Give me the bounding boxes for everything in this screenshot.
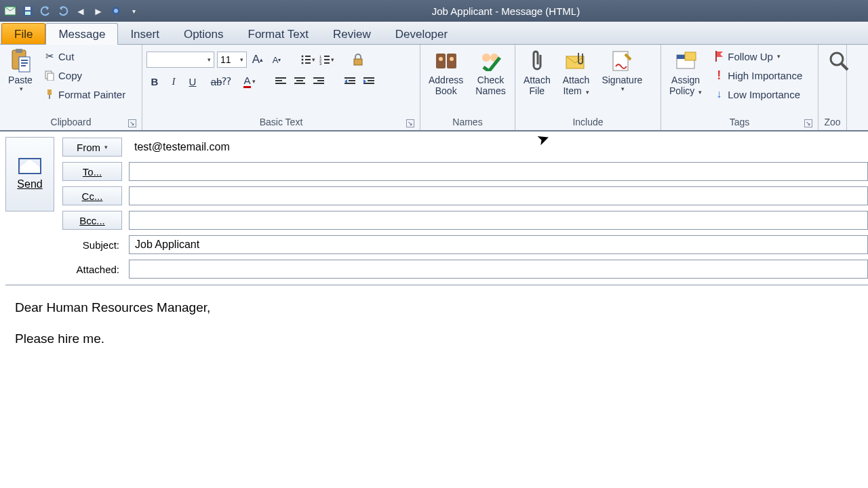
font-family-combo[interactable]: ▾ bbox=[146, 52, 214, 68]
svg-rect-11 bbox=[21, 65, 26, 66]
italic-button[interactable]: I bbox=[165, 73, 182, 89]
svg-rect-40 bbox=[344, 83, 355, 84]
signature-icon bbox=[610, 49, 634, 73]
dialog-launcher-icon[interactable]: ↘ bbox=[804, 119, 812, 127]
svg-rect-13 bbox=[47, 73, 54, 81]
subject-input[interactable]: Job Applicant bbox=[129, 235, 868, 254]
svg-point-20 bbox=[302, 62, 304, 64]
svg-rect-41 bbox=[363, 77, 374, 79]
attached-input[interactable] bbox=[129, 260, 868, 279]
strikethrough-button[interactable]: ab⁇ bbox=[213, 73, 229, 89]
copy-icon bbox=[43, 69, 56, 81]
check-names-button[interactable]: Check Names bbox=[471, 47, 509, 98]
undo-icon[interactable] bbox=[39, 5, 52, 17]
tab-developer[interactable]: Developer bbox=[383, 24, 460, 44]
grow-font-button[interactable]: A▴ bbox=[250, 52, 266, 68]
quick-access-toolbar: ◄ ► ▾ bbox=[0, 5, 144, 17]
check-names-icon bbox=[479, 49, 503, 73]
copy-button[interactable]: Copy bbox=[41, 66, 128, 84]
svg-rect-8 bbox=[19, 57, 30, 72]
tab-insert[interactable]: Insert bbox=[118, 24, 172, 44]
cc-button[interactable]: Cc... bbox=[62, 186, 122, 205]
svg-rect-9 bbox=[21, 60, 28, 61]
paste-button[interactable]: Paste ▾ bbox=[4, 47, 37, 94]
font-size-combo[interactable]: 11▾ bbox=[217, 52, 247, 68]
high-label: High Importance bbox=[728, 70, 802, 81]
svg-rect-14 bbox=[47, 89, 52, 95]
flag-icon bbox=[713, 50, 725, 62]
svg-rect-10 bbox=[21, 62, 28, 64]
copy-label: Copy bbox=[58, 70, 82, 81]
group-basic-text: ▾ 11▾ A▴ A▾ ▾ 123▾ B I U ab⁇ A▾ bbox=[142, 45, 420, 130]
to-button[interactable]: To... bbox=[62, 162, 122, 181]
cc-input[interactable] bbox=[129, 186, 868, 205]
subject-label: Subject: bbox=[62, 239, 122, 251]
redo-icon[interactable] bbox=[57, 5, 69, 17]
font-color-button[interactable]: A▾ bbox=[241, 73, 258, 89]
assign-policy-icon bbox=[673, 49, 698, 73]
from-button[interactable]: From▾ bbox=[62, 138, 122, 157]
chevron-down-icon: ▾ bbox=[20, 85, 23, 92]
dialog-launcher-icon[interactable]: ↘ bbox=[128, 119, 136, 127]
bold-button[interactable]: B bbox=[146, 73, 163, 89]
message-body[interactable]: Dear Human Resources Manager, Please hir… bbox=[5, 285, 868, 373]
group-zoom: Zoo bbox=[818, 45, 847, 130]
address-book-button[interactable]: Address Book bbox=[425, 47, 467, 98]
increase-indent-button[interactable] bbox=[361, 73, 377, 89]
attach-item-button[interactable]: Attach Item ▾ bbox=[559, 47, 594, 98]
low-importance-button[interactable]: ↓ Low Importance bbox=[710, 85, 805, 103]
dialog-launcher-icon[interactable]: ↘ bbox=[406, 119, 414, 127]
svg-rect-28 bbox=[354, 59, 362, 65]
bcc-input[interactable] bbox=[129, 211, 868, 230]
align-center-button[interactable] bbox=[292, 73, 308, 89]
svg-rect-35 bbox=[313, 77, 324, 79]
group-clipboard: Paste ▾ ✂ Cut Copy Format Painter Clipb bbox=[0, 45, 142, 130]
svg-point-48 bbox=[482, 54, 490, 62]
to-input[interactable] bbox=[129, 162, 868, 181]
number-list-button[interactable]: 123▾ bbox=[319, 52, 335, 68]
group-label-basic-text: Basic Text ↘ bbox=[146, 115, 416, 130]
svg-rect-37 bbox=[313, 83, 324, 84]
tab-options[interactable]: Options bbox=[172, 24, 236, 44]
attached-label: Attached: bbox=[62, 264, 122, 275]
exclamation-icon: ! bbox=[713, 69, 725, 81]
bcc-button[interactable]: Bcc... bbox=[62, 211, 122, 230]
high-importance-button[interactable]: ! High Importance bbox=[710, 66, 805, 84]
format-painter-button[interactable]: Format Painter bbox=[41, 85, 128, 103]
tab-review[interactable]: Review bbox=[321, 24, 383, 44]
svg-rect-21 bbox=[305, 62, 311, 64]
ribbon: Paste ▾ ✂ Cut Copy Format Painter Clipb bbox=[0, 45, 868, 131]
group-include: Attach File Attach Item ▾ Signature ▾ In… bbox=[515, 45, 661, 130]
underline-button[interactable]: U bbox=[184, 73, 201, 89]
svg-rect-3 bbox=[25, 12, 31, 15]
zoom-button[interactable] bbox=[823, 47, 855, 76]
assign-policy-button[interactable]: Assign Policy ▾ bbox=[665, 47, 706, 98]
custom-icon[interactable] bbox=[110, 5, 122, 17]
svg-point-46 bbox=[439, 57, 443, 61]
previous-icon[interactable]: ◄ bbox=[75, 5, 87, 17]
send-button[interactable]: Send bbox=[5, 137, 54, 211]
ribbon-tabs: File Message Insert Options Format Text … bbox=[0, 22, 868, 45]
follow-up-button[interactable]: Follow Up ▾ bbox=[710, 47, 805, 65]
align-right-button[interactable] bbox=[311, 73, 327, 89]
attach-file-button[interactable]: Attach File bbox=[519, 47, 555, 98]
tab-file[interactable]: File bbox=[1, 23, 45, 44]
compose-header: Send From▾ test@testemail.com To... Cc..… bbox=[0, 131, 868, 279]
signature-button[interactable]: Signature ▾ bbox=[597, 47, 646, 94]
align-left-button[interactable] bbox=[273, 73, 289, 89]
svg-rect-42 bbox=[368, 80, 374, 81]
cut-button[interactable]: ✂ Cut bbox=[41, 47, 128, 65]
paintbrush-icon bbox=[43, 88, 56, 100]
svg-rect-29 bbox=[275, 77, 286, 79]
svg-rect-32 bbox=[294, 77, 305, 79]
save-icon[interactable] bbox=[22, 5, 34, 17]
tab-message[interactable]: Message bbox=[45, 23, 118, 45]
qat-customize-icon[interactable]: ▾ bbox=[127, 5, 140, 17]
paste-label: Paste bbox=[8, 75, 33, 85]
permission-button[interactable] bbox=[350, 52, 366, 68]
tab-format-text[interactable]: Format Text bbox=[236, 24, 321, 44]
bullet-list-button[interactable]: ▾ bbox=[300, 52, 316, 68]
next-icon[interactable]: ► bbox=[92, 5, 104, 17]
shrink-font-button[interactable]: A▾ bbox=[269, 52, 285, 68]
decrease-indent-button[interactable] bbox=[342, 73, 358, 89]
